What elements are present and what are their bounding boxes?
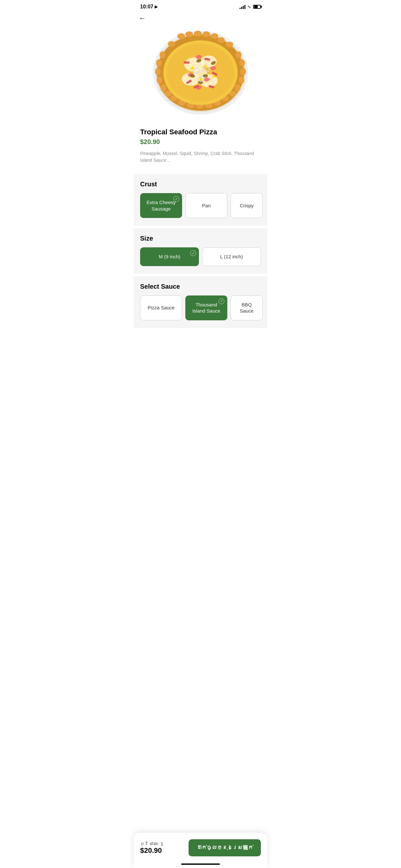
checkmark-icon: ✓ [219,299,224,304]
crust-section: Crust ✓ Extra Cheesy Sausage Pan Crispy [134,174,267,226]
size-option-m[interactable]: ✓ M (9 inch) [140,247,199,266]
back-button[interactable]: ← [134,12,267,26]
product-image [134,26,267,123]
crust-option-crispy[interactable]: Crispy [230,193,263,218]
svg-point-3 [177,33,185,39]
svg-rect-37 [184,61,189,64]
crust-options: ✓ Extra Cheesy Sausage Pan Crispy [140,193,261,218]
location-icon: ▶ [155,4,158,9]
checkmark-icon: ✓ [174,196,179,202]
total-price: $20.90 [140,846,163,855]
svg-point-6 [203,31,210,37]
time-display: 10:07 [140,4,153,10]
product-price: $20.90 [140,138,261,146]
battery-icon [253,5,261,9]
product-info: Tropical Seafood Pizza $20.90 Pineapple,… [134,123,267,172]
sauce-section-title: Select Sauce [140,283,261,290]
svg-point-18 [160,84,166,91]
product-name: Tropical Seafood Pizza [140,128,261,136]
signal-icon [240,4,245,9]
status-time: 10:07 ▶ [140,4,158,10]
sauce-section: Select Sauce Pizza Sauce ✓ Thousand Isla… [134,276,267,328]
svg-point-27 [168,41,175,47]
size-section: Size ✓ M (9 inch) L (12 inch) [134,228,267,274]
sauce-option-pizza[interactable]: Pizza Sauce [140,296,182,320]
wifi-icon: ∿ [247,4,251,9]
sauce-option-bbq[interactable]: BBQ Sauce [230,296,263,320]
status-bar: 10:07 ▶ ∿ [134,0,267,12]
svg-point-26 [226,42,233,48]
size-option-l[interactable]: L (12 inch) [202,247,261,266]
size-section-title: Size [140,235,261,242]
svg-point-14 [159,51,165,58]
svg-point-5 [194,31,202,36]
svg-point-8 [218,37,225,43]
quantity-label: បរិមាណ: 1 [140,841,163,846]
add-to-cart-button[interactable]: ដាក់ចូលក្នុងស្រ籠ក់ [189,839,261,857]
crust-section-title: Crust [140,181,261,188]
svg-point-13 [235,84,241,91]
svg-point-7 [211,33,218,39]
sauce-options: Pizza Sauce ✓ Thousand Island Sauce BBQ … [140,296,261,320]
bottom-bar: បរិមាណ: 1 $20.90 ដាក់ចូលក្នុងស្រ籠ក់ [134,833,267,868]
svg-point-16 [155,68,161,75]
checkmark-icon: ✓ [190,250,196,256]
svg-point-10 [239,59,245,66]
status-icons: ∿ [240,4,261,9]
home-indicator [181,864,220,865]
crust-option-pan[interactable]: Pan [185,193,227,218]
svg-point-4 [185,31,193,37]
svg-point-17 [157,76,162,84]
svg-point-15 [156,59,162,66]
svg-point-9 [236,51,242,58]
product-description: Pineapple, Mussel, Squid, Shrimp, Crab S… [140,150,261,164]
svg-point-11 [240,68,246,75]
crust-option-extra-cheesy-sausage[interactable]: ✓ Extra Cheesy Sausage [140,193,182,218]
back-arrow-icon: ← [139,14,146,22]
bottom-info: បរិមាណ: 1 $20.90 [140,841,163,855]
sauce-option-thousand-island[interactable]: ✓ Thousand Island Sauce [185,296,227,320]
size-options: ✓ M (9 inch) L (12 inch) [140,247,261,266]
svg-point-12 [239,76,244,84]
svg-point-44 [203,74,208,78]
